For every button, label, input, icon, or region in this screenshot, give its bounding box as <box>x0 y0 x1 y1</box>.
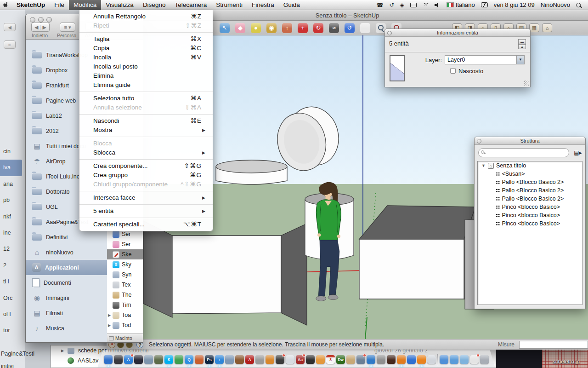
launchpad-icon[interactable] <box>114 355 123 364</box>
menu-item[interactable] <box>79 191 213 191</box>
wireframe-view-icon[interactable]: ⌂ <box>542 23 552 32</box>
time-machine-icon[interactable]: ↺ <box>390 2 394 8</box>
tree-item-row[interactable]: Pallo <Blocco Basico 2> <box>478 186 582 195</box>
menu-item[interactable] <box>79 92 213 92</box>
orbit-icon[interactable]: ↺ <box>345 23 355 33</box>
fox-app-icon[interactable] <box>387 355 396 364</box>
menu-item[interactable]: Interseca facce ▶ <box>79 193 213 202</box>
menu-item[interactable]: Annulla selezione ⇧⌘A <box>79 103 213 112</box>
spotlight-icon[interactable] <box>576 3 581 7</box>
green-circle-app-icon[interactable] <box>175 355 183 364</box>
menubar-menu[interactable]: Visualizza <box>101 0 138 10</box>
wifi-icon[interactable] <box>423 3 429 7</box>
filter-button[interactable]: ▤▸ <box>573 148 582 157</box>
menu-item[interactable] <box>79 159 213 160</box>
paint-bucket-icon[interactable]: ◉ <box>266 23 277 33</box>
docs-stack-icon[interactable] <box>470 355 479 364</box>
menu-item[interactable]: Chiudi gruppo/componente ^⇧⌘G <box>79 180 213 189</box>
chevron-down-icon[interactable]: ▼ <box>516 56 524 64</box>
tree-item-row[interactable]: Pinco <blocco Basico> <box>478 211 582 219</box>
photoshop-icon[interactable]: Ps <box>205 355 214 364</box>
file-row[interactable]: Tim <box>107 300 143 310</box>
disclosure-triangle-icon[interactable]: ▼ <box>481 163 486 168</box>
sidebar-item[interactable]: ♪ Musica <box>26 321 107 336</box>
camo-app-icon[interactable] <box>154 355 163 364</box>
menu-item[interactable]: Incolla ⌘V <box>79 53 213 62</box>
menu-item[interactable]: Seleziona tutto ⌘A <box>79 94 213 103</box>
path-button[interactable]: ≡ ▾ <box>60 23 75 32</box>
menu-item[interactable] <box>79 137 213 137</box>
tree-item-row[interactable]: Pinco <blocco Basico> <box>478 219 582 228</box>
ical-icon[interactable]: 8 <box>326 355 335 364</box>
collapse-icon[interactable]: ▬ <box>518 39 526 44</box>
disclosure-triangle-icon[interactable]: ▶ <box>108 313 113 317</box>
menubar-menu[interactable]: File <box>50 0 69 10</box>
acrobat-icon[interactable]: A <box>245 355 254 364</box>
sidebar-item[interactable]: A Applicazioni <box>26 260 107 275</box>
file-row[interactable]: Tex <box>107 280 143 290</box>
menu-item[interactable] <box>79 114 213 115</box>
aperture-icon[interactable] <box>266 355 274 364</box>
app-store-icon[interactable]: A <box>124 355 133 364</box>
close-icon[interactable] <box>477 139 481 144</box>
tree-item-row[interactable]: Pallo <Blocco Basico 2> <box>478 178 582 186</box>
panel-titlebar[interactable]: Struttura <box>475 137 585 145</box>
dreamweaver-icon[interactable]: Dw <box>336 355 345 364</box>
file-row[interactable]: ▶ Tod <box>107 320 143 330</box>
draft-tools-icon[interactable] <box>427 355 436 364</box>
disclosure-triangle-icon[interactable]: ▶ <box>61 349 68 353</box>
vlc-icon[interactable] <box>417 355 426 364</box>
sidebar-item[interactable]: ⌂ ninoNuovo <box>26 245 107 260</box>
phone-icon[interactable]: ☎ <box>377 2 384 8</box>
close-icon[interactable] <box>387 31 392 35</box>
panel-titlebar[interactable]: Informazioni entità <box>385 29 530 37</box>
gray-circle-app-icon[interactable] <box>377 355 385 364</box>
menu-item[interactable]: Annulla Rettangolo ⌘Z <box>79 12 213 21</box>
menu-item[interactable]: Nascondi ⌘E <box>79 116 213 126</box>
menubar-clock[interactable]: ven 8 giu 12 09 <box>494 1 535 8</box>
scene-box-2[interactable] <box>359 206 475 301</box>
resize-grip[interactable] <box>524 80 529 86</box>
menu-item[interactable]: Copia ⌘C <box>79 44 213 53</box>
dock-app-icon[interactable] <box>437 354 438 366</box>
garageband-icon[interactable] <box>235 355 244 364</box>
tree-item-row[interactable]: Pallo <Blocco Basico 2> <box>478 195 582 203</box>
eraser-icon[interactable]: ◆ <box>235 23 245 33</box>
sidebar-item[interactable]: ◉ Immagini <box>26 290 107 305</box>
menubar-menu[interactable]: Guida <box>279 0 305 10</box>
menu-item[interactable]: Mostra ▶ <box>79 126 213 135</box>
dotted-circle-app-icon[interactable] <box>255 355 264 364</box>
menubar-menu[interactable]: SketchUp <box>12 0 50 10</box>
menubar-menu[interactable]: Strumenti <box>211 0 247 10</box>
accessibility-icon[interactable]: ◈ <box>400 2 404 8</box>
sidebar-item[interactable]: ▤ Filmati <box>26 305 107 321</box>
shaded-edges-view-icon[interactable]: ▦ <box>529 23 539 32</box>
menu-item[interactable] <box>79 32 213 33</box>
rocket-app-icon[interactable] <box>195 355 204 364</box>
iweb-icon[interactable] <box>407 355 416 364</box>
scene-box-left[interactable] <box>143 221 172 317</box>
trash-icon[interactable] <box>480 355 489 364</box>
menu-item[interactable]: Crea componente... ⇧⌘G <box>79 161 213 171</box>
input-language-menu[interactable]: Italiano <box>447 1 475 8</box>
tree-item-row[interactable]: Pinco <blocco Basico> <box>478 203 582 211</box>
menu-item[interactable]: Taglia ⌘X <box>79 34 213 44</box>
pan-icon[interactable] <box>360 23 370 33</box>
smart-folder-icon[interactable] <box>440 355 448 364</box>
user-menu[interactable]: NinoNuovo <box>541 1 570 8</box>
sidebar-item[interactable]: Definitivi <box>26 230 107 245</box>
push-pull-icon[interactable]: ↑ <box>282 23 292 33</box>
menu-item[interactable]: Incolla sul posto <box>79 62 213 71</box>
sidebar-item[interactable]: Documenti <box>26 275 107 290</box>
pages-icon[interactable] <box>316 355 325 364</box>
back-forward-buttons[interactable]: ◀|▶ <box>31 23 50 32</box>
portrait-app-icon[interactable] <box>356 355 365 364</box>
safari-icon[interactable] <box>367 355 375 364</box>
tree-root-row[interactable]: ▼ ⌂ Senza titolo <box>478 161 582 170</box>
file-row[interactable]: ▶ Toa <box>107 310 143 320</box>
firefox-icon[interactable] <box>397 355 406 364</box>
volume-icon[interactable] <box>435 3 441 7</box>
expand-icon[interactable]: ▲ <box>518 44 526 49</box>
select-icon[interactable]: ↖ <box>220 23 230 33</box>
pen-app-icon[interactable] <box>306 355 315 364</box>
